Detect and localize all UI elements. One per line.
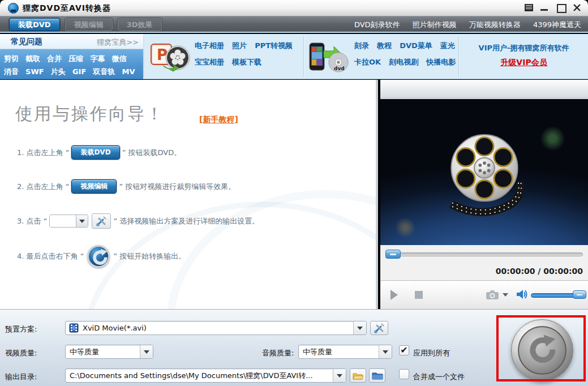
ad-link-bluray[interactable]: 蓝光 <box>440 41 455 50</box>
ad-link-ealbum[interactable]: 电子相册 <box>195 41 224 50</box>
window-menu-icon[interactable] <box>525 4 533 11</box>
faq-link-subtitle[interactable]: 字幕 <box>90 54 105 63</box>
tab-video-edit[interactable]: 视频编辑 <box>65 18 113 31</box>
faq-link-mv[interactable]: MV <box>122 67 135 76</box>
faq-link-intro[interactable]: 片头 <box>51 67 66 76</box>
step3-settings-button[interactable] <box>92 213 111 229</box>
step1-text-post: ” 按钮装载DVD。 <box>122 148 182 158</box>
ad-link-tvburn[interactable]: 刻电视剧 <box>389 58 418 66</box>
faq-link-capture[interactable]: 截取 <box>25 54 40 63</box>
faq-link-wechat[interactable]: 微信 <box>111 54 126 63</box>
faq-link-compress[interactable]: 压缩 <box>68 54 83 63</box>
output-dir-label: 输出目录: <box>5 372 37 382</box>
seek-track[interactable] <box>385 252 583 256</box>
folder-open-icon <box>353 371 364 380</box>
audio-quality-dropdown[interactable]: 中等质量 <box>298 345 392 359</box>
volume-handle[interactable] <box>573 290 586 299</box>
chevron-down-icon <box>144 350 149 354</box>
tools-icon <box>374 323 385 334</box>
menu-game-link[interactable]: 4399神魔遮天 <box>533 20 581 29</box>
guide-step-3: 3. 点击 “ ” 选择视频输出方案及进行详细的输出设置。 <box>17 213 259 229</box>
tab-load-dvd[interactable]: 装载DVD <box>9 18 60 31</box>
tab-bar: 装载DVD 视频编辑 3D效果 DVD刻录软件 照片制作视频 万能视频转换器 4… <box>0 16 588 33</box>
step4-convert-icon <box>87 245 110 268</box>
preview-panel: 00:00:00 / 00:00:00 <box>380 80 588 309</box>
ppt-ad-icon: P <box>151 41 191 72</box>
chevron-down-icon <box>337 374 342 378</box>
dvd-ad-panel: dvd 刻录 教程 DVD菜单 蓝光 卡拉OK 刻电视剧 快播电影 <box>304 34 457 79</box>
faq-link-merge[interactable]: 合并 <box>47 54 62 63</box>
guide-step-2: 2. 点击左上角 “ 视频编辑 ” 按钮对视频进行裁剪编辑等效果。 <box>17 179 235 194</box>
browse-folder-button[interactable] <box>369 368 385 383</box>
step4-text-pre: 4. 最后点击右下角 “ <box>17 251 84 261</box>
vip-text: VIP用户-拥有狸窝所有软件 <box>460 43 588 53</box>
seek-bar <box>380 245 588 262</box>
maximize-icon[interactable] <box>556 3 566 12</box>
ppt-ad-panel: P 电子相册 照片 PPT转视频 宝宝相册 模板下载 <box>145 34 302 79</box>
time-display: 00:00:00 / 00:00:00 <box>496 267 583 276</box>
guide-step-4: 4. 最后点击右下角 “ ” 按钮开始转换输出。 <box>17 245 186 268</box>
tutorial-link[interactable]: [新手教程] <box>199 115 238 125</box>
speaker-icon[interactable] <box>516 289 529 300</box>
faq-link-gif[interactable]: GIF <box>72 67 86 76</box>
tab-3d-effect[interactable]: 3D效果 <box>118 18 162 31</box>
step1-load-dvd-button[interactable]: 装载DVD <box>71 145 119 160</box>
chevron-down-icon <box>79 220 85 223</box>
seek-handle[interactable] <box>385 250 401 259</box>
ad-link-tutorial[interactable]: 教程 <box>377 41 392 50</box>
film-reel-image <box>431 124 538 226</box>
menu-dvd-burn-link[interactable]: DVD刻录软件 <box>354 20 400 29</box>
ad-link-ppt2video[interactable]: PPT转视频 <box>255 41 293 50</box>
chevron-down-icon <box>357 327 363 330</box>
guide-title: 使用与操作向导！ <box>15 102 165 126</box>
ad-link-burn[interactable]: 刻录 <box>354 41 369 50</box>
stop-icon[interactable] <box>414 290 423 299</box>
step2-video-edit-button[interactable]: 视频编辑 <box>71 179 117 194</box>
preset-settings-button[interactable] <box>370 321 388 335</box>
convert-button[interactable] <box>511 319 573 381</box>
faq-link-dualaudio[interactable]: 双音轨 <box>93 67 115 76</box>
output-dir-value: C:\Documents and Settings\dse\My Documen… <box>66 371 333 381</box>
top-menu: DVD刻录软件 照片制作视频 万能视频转换器 4399神魔遮天 <box>345 16 581 33</box>
step3-preset-dropdown[interactable] <box>49 215 88 228</box>
video-quality-dropdown[interactable]: 中等质量 <box>65 345 153 359</box>
preset-value: XviD Movie(*.avi) <box>79 324 353 332</box>
ad-link-dvdmenu[interactable]: DVD菜单 <box>400 41 432 50</box>
film-icon <box>69 323 79 333</box>
time-row: 00:00:00 / 00:00:00 <box>380 262 588 281</box>
output-settings-panel: 预置方案: XviD Movie(*.avi) 视频质量: 中等质量 <box>0 309 588 386</box>
audio-quality-value: 中等质量 <box>299 347 379 357</box>
output-dir-dropdown[interactable]: C:\Documents and Settings\dse\My Documen… <box>65 368 346 383</box>
step3-text-post: ” 选择视频输出方案及进行详细的输出设置。 <box>113 216 259 226</box>
ad-link-babyalbum[interactable]: 宝宝相册 <box>195 58 224 66</box>
convert-arrow-icon <box>526 334 560 368</box>
guide-panel: 使用与操作向导！ [新手教程] 1. 点击左上角 “ 装载DVD ” 按钮装载D… <box>0 80 378 309</box>
player-controls <box>380 281 588 309</box>
merge-label: 合并成一个文件 <box>413 372 465 382</box>
ad-link-photo[interactable]: 照片 <box>232 41 247 50</box>
faq-link-swf[interactable]: SWF <box>25 67 44 76</box>
camera-snapshot-icon[interactable] <box>486 290 499 300</box>
merge-checkbox[interactable] <box>399 369 409 379</box>
preset-dropdown[interactable]: XviD Movie(*.avi) <box>65 321 367 335</box>
chevron-down-icon <box>383 350 388 354</box>
close-icon[interactable] <box>572 3 582 12</box>
ad-link-karaoke[interactable]: 卡拉OK <box>354 58 381 66</box>
snapshot-dropdown-icon[interactable] <box>503 293 508 297</box>
minimize-icon[interactable] <box>539 3 550 12</box>
faq-link-mute[interactable]: 消音 <box>4 67 19 76</box>
play-icon[interactable] <box>389 289 398 301</box>
menu-photo-video-link[interactable]: 照片制作视频 <box>413 20 457 29</box>
ad-link-qvodmovie[interactable]: 快播电影 <box>426 58 456 66</box>
open-folder-button[interactable] <box>350 368 366 383</box>
ad-link-templates[interactable]: 模板下载 <box>232 58 261 66</box>
app-icon <box>8 3 19 14</box>
svg-text:dvd: dvd <box>334 66 345 71</box>
step4-text-post: ” 按钮开始转换输出。 <box>113 251 186 261</box>
apply-all-checkbox[interactable]: ✔ <box>399 345 409 355</box>
faq-link-cut[interactable]: 剪切 <box>4 54 19 63</box>
audio-quality-label: 音频质量: <box>262 348 294 358</box>
menu-video-converter-link[interactable]: 万能视频转换器 <box>469 20 521 29</box>
vip-upgrade-link[interactable]: 升级VIP会员 <box>460 58 588 68</box>
faq-more-link[interactable]: 狸窝宝典>> <box>97 37 139 48</box>
